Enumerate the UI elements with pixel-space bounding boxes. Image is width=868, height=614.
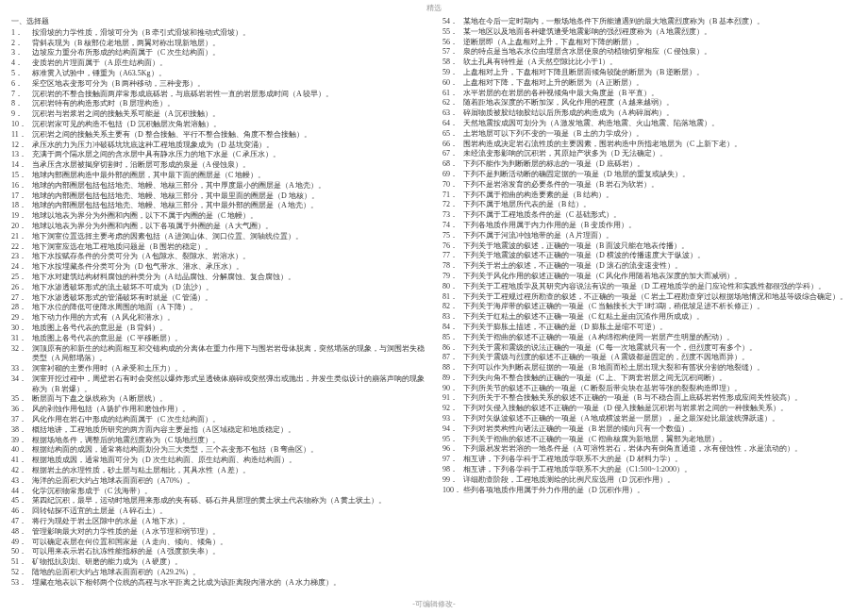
question-text: 地下水对建筑结构材料腐蚀的种类分为（A 结晶腐蚀、分解腐蚀、复合腐蚀）。 xyxy=(32,273,426,283)
question-number: 35． xyxy=(11,394,32,405)
question-text: 充满于两个隔水层之间的含水层中具有静水压力的地下水是（C 承压水）。 xyxy=(32,150,426,160)
question-number: 8． xyxy=(11,99,32,109)
question-row: 74．下列各地质作用属于内力作用的是（B 变质作用）。 xyxy=(442,221,857,231)
question-text: 下列可以作为判断表层征据的一项是（B 地面而松土层出现大裂和有笛状分割的地裂缝）… xyxy=(463,363,857,373)
question-text: 下列关于震级与烈度的叙述不正确的一项是（A 震级都是固定的，烈度不因地而异）。 xyxy=(463,353,857,363)
question-text: 地球的内部圈层包括包括地壳、地幔、地核三部分，其中最外部的圈层是（A 地壳）。 xyxy=(32,201,426,211)
question-text: 化学沉积物常形成于（C 浅海带）。 xyxy=(32,487,426,497)
question-text: 碎屑物质被胶结物胶结以后所形成的构造成为（A 构碎屑构）。 xyxy=(463,108,857,119)
question-text: 按滑坡的力学性质，滑坡可分为（B 牵引式滑坡和推动式滑坡）。 xyxy=(32,28,426,39)
question-text: 承压水的力为压力冲破砾坑坑底这种工程地质现象成为（D 基坑突涌）。 xyxy=(32,141,426,151)
question-text: 些列各项地质作用属于外力作用的是（D 沉积作用）。 xyxy=(463,486,857,496)
question-text: 下列关于岩土的叙述，不正确的一项是（D 滚石的流变速变性）。 xyxy=(463,261,857,272)
question-text: 某一地区以及地面各种建筑遭受地震影响的强烈程度称为（A 地震烈度）。 xyxy=(463,27,857,38)
question-text: 第四纪沉积，最早，运动时地层用来形成的夹有砾、砾石并具层理的黄土状土代表物称为（… xyxy=(32,496,426,506)
question-row: 62．随着距地表深度的不断加深，风化作用的程度（A 越来越弱）。 xyxy=(442,98,857,108)
question-row: 48．管理影响最大对的力学性质的是（A 水节理和弱节理）。 xyxy=(11,527,426,538)
question-text: 下列对岩类构性向诸法正确的一项是（B 岩层的倾向只有一个数值）。 xyxy=(463,424,857,435)
question-text: 下列关于地震波的叙述不正确的一项是（D 横波的传播速度大于纵波）。 xyxy=(463,251,857,261)
question-number: 52． xyxy=(11,568,32,578)
question-text: 下列不属于褶曲的构造要素的是（B 结构）。 xyxy=(463,191,857,201)
question-text: 下列关于膨胀土描述，不正确的是（D 膨胀土是缩不可逆）。 xyxy=(463,323,857,333)
question-row: 2．背斜表现为（B 核部位老地层，两翼对称出现新地层）。 xyxy=(11,39,426,49)
question-row: 87．下列关于震级与烈度的叙述不正确的一项是（A 震级都是固定的，烈度不因地而异… xyxy=(442,353,857,363)
question-text: 下列关于地震波的叙述，正确的一项是（B 面波只能在地表传播）。 xyxy=(463,241,857,252)
question-number: 67． xyxy=(442,149,463,159)
question-row: 50．可以用来表示岩石抗冻性能指标的是（A 强度损失率）。 xyxy=(11,547,426,557)
question-row: 83．下列关于红粘土的叙述不正确一项是（C 红粘土是由沉渣作用所成成）。 xyxy=(442,312,857,323)
question-row: 100．些列各项地质作用属于外力作用的是（D 沉积作用）。 xyxy=(442,486,857,496)
question-row: 34．洞室开挖过程中，周壁岩石有时会突然以爆炸形式呈透镜体崩碎或突然弹出或抛出，… xyxy=(11,374,426,395)
question-text: 地球以地表为界分为外圈和内圈，以下不属于内圈的是（C 地幔）。 xyxy=(32,211,426,222)
question-row: 41．根据地质成因，通常地面可分为（D 次生结构面、原生结构面、构造结构面）。 xyxy=(11,456,426,466)
question-text: 地下水按赋存条件的分类可分为（A 包隙水、裂隙水、岩溶水）。 xyxy=(32,252,426,262)
question-number: 77． xyxy=(442,251,463,261)
question-row: 7．沉积岩的不整合接触面两岸常形成底砾岩，与底砾岩岩性一直的岩层形成时间（A 较… xyxy=(11,90,426,100)
question-number: 26． xyxy=(11,283,32,293)
question-number: 20． xyxy=(11,222,32,232)
question-text: 下列不属于地层所代表的是（B 结）。 xyxy=(463,200,857,210)
question-row: 63．碎屑物质被胶结物胶结以后所形成的构造成为（A 构碎屑构）。 xyxy=(442,108,857,119)
question-text: 根据岩土的水理性质，砂土层与粘土层相比，其具水性（A 差）。 xyxy=(32,466,426,476)
question-text: 地下水按埋藏条件分类可分为（D 包气带水、潜水、承压水）。 xyxy=(32,262,426,273)
question-number: 47． xyxy=(11,517,32,527)
question-row: 58．软土孔具有特性是（A 天然空隙比比小于1）。 xyxy=(442,58,857,68)
question-text: 天然地震按成因可划分为（A 激发地震、构造地震、火山地震、陷落地震）。 xyxy=(463,119,857,129)
question-number: 15． xyxy=(11,171,32,181)
question-text: 矿物抵抗刻划、研磨的能力成为（A 硬度）。 xyxy=(32,557,426,568)
question-row: 93．下列对矢纵波叙述不正确的一项是（A 地成横波岩是一层层），是之最深处比最波… xyxy=(442,414,857,424)
question-number: 34． xyxy=(11,374,32,385)
question-text: 围岩构造成决定岩石流性质的主要因素，围岩构造中所指老地层为（C 上新下老）。 xyxy=(463,140,857,150)
question-row: 33．洞室衬砌的主要作用时（A 承受和土压力）。 xyxy=(11,364,426,374)
question-row: 10．沉积岩家可见的构造不包括（D 沉积触层次角岩溶触）。 xyxy=(11,120,426,130)
question-number: 38． xyxy=(11,425,32,436)
question-text: 沉积岩之间的接触关系主要有（D 整合接触、平行不整合接触、角度不整合接触）。 xyxy=(32,130,426,141)
question-number: 58． xyxy=(442,58,463,68)
question-row: 85．下列关于褶曲的叙述不正确的一项是（A 构绵褶构使同一岩层产生明显的配动）。 xyxy=(442,333,857,343)
page-header-label: 精选 xyxy=(0,4,868,14)
question-row: 81．下列关于工程规过程所勘查的叙述，不正确的一项是（C 岩土工程勘查穿过以根据… xyxy=(442,292,857,303)
question-number: 64． xyxy=(442,119,463,129)
question-number: 23． xyxy=(11,252,32,262)
question-text: 采空区地表变形可分为（B 两种移动，三种变形）。 xyxy=(32,79,426,90)
question-text: 相互讲，下列各学科于工程地质学联系不大的是（C1:500~1:2000）。 xyxy=(463,465,857,475)
question-row: 15．地球内部圈层构造中最外部的圈层，其中最下面的圈层是（C 地幔）。 xyxy=(11,171,426,181)
question-row: 51．矿物抵抗刻划、研磨的能力成为（A 硬度）。 xyxy=(11,557,426,568)
question-number: 81． xyxy=(442,292,463,303)
question-row: 22．地下洞室应选在地工程地质问题是（B 围岩的稳定）。 xyxy=(11,242,426,253)
question-text: 海洋的总面积大约占地球表面面积的（A70%）。 xyxy=(32,476,426,487)
question-text: 随着距地表深度的不断加深，风化作用的程度（A 越来越弱）。 xyxy=(463,98,857,108)
section-title: 一、选择题 xyxy=(11,17,426,27)
question-number: 97． xyxy=(442,455,463,465)
question-text: 地球的内部圈层包括包括地壳、地幔、地核三部分，其中厚度最小的圈层是（A 地壳）。 xyxy=(32,181,426,191)
question-text: 地下洞室位置选择主要考虑的因素包括（A 进洞山体、洞口位置、洞轴线位置）。 xyxy=(32,232,426,242)
question-text: 洞室衬砌的主要作用时（A 承受和土压力）。 xyxy=(32,364,426,374)
question-row: 79．下列关于风化作用的叙述正确的一项是（C 风化作用随着地表深度的加大而减弱）… xyxy=(442,272,857,282)
question-text: 土岩地层可以下列不变的一项是（B 土的力学成分）。 xyxy=(463,129,857,140)
question-text: 地下水位的降低可使降水周围的地面（A 下降）。 xyxy=(32,303,426,313)
question-text: 可以用来表示岩石抗冻性能指标的是（A 强度损失率）。 xyxy=(32,547,426,557)
question-text: 下列关于褶曲的叙述不正确的一项是（C 褶曲核腐为新地层，翼部为老地层）。 xyxy=(463,435,857,445)
question-number: 21． xyxy=(11,232,32,242)
question-number: 46． xyxy=(11,506,32,517)
question-number: 100． xyxy=(442,486,463,496)
question-row: 78．下列关于岩土的叙述，不正确的一项是（D 滚石的流变速变性）。 xyxy=(442,261,857,272)
question-number: 43． xyxy=(11,476,32,487)
question-number: 69． xyxy=(442,170,463,180)
question-row: 30．地质图上各号代表的意思是（B 背斜）。 xyxy=(11,324,426,334)
question-row: 24．地下水按埋藏条件分类可分为（D 包气带水、潜水、承压水）。 xyxy=(11,262,426,273)
question-text: 下列不能作为判断断层的标志的一项是（D 底砾岩）。 xyxy=(463,159,857,170)
question-number: 29． xyxy=(11,313,32,324)
question-text: 下列不是岩溶发育的必要条件的一项是（B 岩石为软岩）。 xyxy=(463,180,857,191)
question-number: 49． xyxy=(11,538,32,548)
question-row: 77．下列关于地震波的叙述不正确的一项是（D 横波的传播速度大于纵波）。 xyxy=(442,251,857,261)
question-row: 35．断层面与下盘之纵线称为（A 断层线）。 xyxy=(11,394,426,405)
question-number: 5． xyxy=(11,69,32,79)
question-row: 89．下列失向角不整合接触的正确的一项是（C 上、下两套岩层之间无沉积间断）。 xyxy=(442,373,857,384)
question-number: 1． xyxy=(11,28,32,39)
question-text: 地下洞室应选在地工程地质问题是（B 围岩的稳定）。 xyxy=(32,242,426,253)
question-number: 11． xyxy=(11,130,32,141)
question-number: 25． xyxy=(11,273,32,283)
question-number: 10． xyxy=(11,120,32,130)
question-row: 84．下列关于膨胀土描述，不正确的是（D 膨胀土是缩不可逆）。 xyxy=(442,323,857,333)
